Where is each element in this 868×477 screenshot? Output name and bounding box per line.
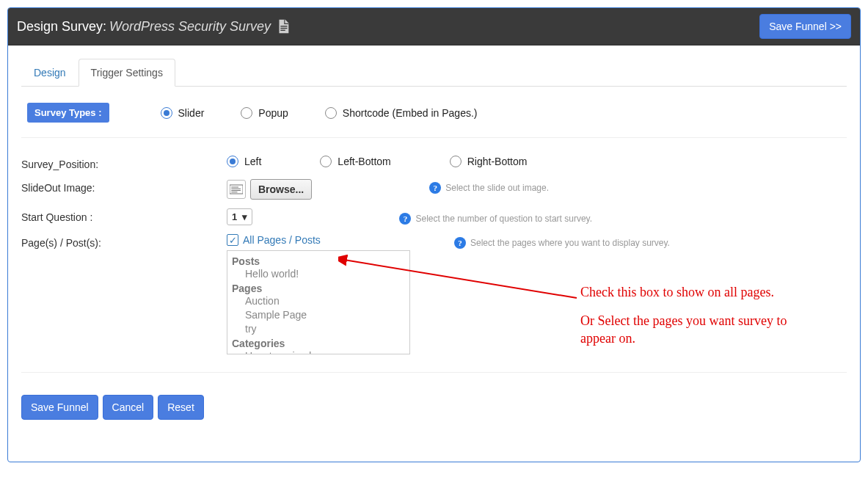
- panel-header: Design Survey: WordPress Security Survey…: [8, 8, 860, 45]
- listbox-item[interactable]: Hello world!: [232, 267, 405, 281]
- start-question-value: 1: [232, 211, 237, 222]
- pages-posts-label: Page(s) / Post(s):: [21, 234, 227, 249]
- help-text-pages-posts: Select the pages where you want to displ…: [470, 238, 670, 248]
- row-survey-types: Survey Types : Slider Popup Shortcode (E…: [21, 103, 847, 138]
- help-text-start-question: Select the number of question to start s…: [415, 214, 592, 224]
- header-prefix: Design Survey:: [17, 19, 106, 34]
- radio-position-left-bottom[interactable]: Left-Bottom: [320, 156, 390, 167]
- browse-button[interactable]: Browse...: [250, 179, 312, 200]
- save-funnel-button[interactable]: Save Funnel: [21, 395, 98, 420]
- listbox-group: Pages: [232, 283, 405, 294]
- listbox-item[interactable]: Sample Page: [232, 308, 405, 322]
- svg-rect-2: [280, 30, 285, 31]
- radio-icon: [227, 156, 238, 167]
- listbox-item[interactable]: Auction: [232, 294, 405, 308]
- radio-label: Slider: [178, 107, 205, 119]
- tabs: Design Trigger Settings: [21, 59, 847, 87]
- radio-label: Shortcode (Embed in Pages.): [343, 107, 478, 119]
- row-start-question: Start Question : 1 ▾ ? Select the number…: [21, 208, 847, 225]
- app-panel: Design Survey: WordPress Security Survey…: [7, 7, 861, 462]
- listbox-item[interactable]: Uncategorized: [232, 349, 405, 354]
- start-question-label: Start Question :: [21, 208, 227, 223]
- radio-position-left[interactable]: Left: [227, 156, 261, 167]
- slideout-image-label: SlideOut Image:: [21, 179, 227, 194]
- row-survey-position: Survey_Position: Left Left-Bottom Right-…: [21, 156, 847, 170]
- radio-icon: [325, 107, 337, 119]
- radio-icon: [241, 107, 252, 119]
- pages-posts-listbox[interactable]: Posts Hello world! Pages Auction Sample …: [227, 250, 410, 354]
- help-icon: ?: [399, 213, 411, 225]
- start-question-select[interactable]: 1 ▾: [227, 208, 252, 225]
- reset-button[interactable]: Reset: [158, 395, 204, 420]
- listbox-group: Categories: [232, 338, 405, 349]
- annotation-line-2: Or Select the pages you want survey to a…: [580, 312, 815, 348]
- radio-label: Popup: [258, 107, 288, 119]
- radio-survey-type-slider[interactable]: Slider: [161, 107, 205, 119]
- annotation-line-1: Check this box to show on all pages.: [580, 283, 774, 301]
- radio-survey-type-shortcode[interactable]: Shortcode (Embed in Pages.): [325, 107, 478, 119]
- panel-header-left: Design Survey: WordPress Security Survey: [17, 18, 291, 34]
- survey-position-label: Survey_Position:: [21, 156, 227, 170]
- radio-icon: [161, 107, 172, 119]
- survey-types-label: Survey Types :: [27, 103, 109, 123]
- help-icon: ?: [454, 237, 466, 249]
- save-funnel-top-button[interactable]: Save Funnel >>: [759, 14, 851, 39]
- help-text-slideout: Select the slide out image.: [445, 183, 549, 193]
- listbox-group: Posts: [232, 255, 405, 267]
- all-pages-checkbox[interactable]: ✓ All Pages / Posts: [227, 234, 432, 246]
- cancel-button[interactable]: Cancel: [103, 395, 154, 420]
- footer-buttons: Save Funnel Cancel Reset: [21, 395, 847, 420]
- divider: [21, 372, 847, 373]
- radio-icon: [450, 156, 462, 167]
- svg-rect-1: [280, 28, 287, 29]
- survey-name: WordPress Security Survey: [109, 19, 271, 34]
- panel-body: Design Trigger Settings Survey Types : S…: [8, 45, 860, 434]
- radio-label: Right-Bottom: [467, 156, 528, 167]
- radio-label: Left: [244, 156, 261, 167]
- all-pages-label: All Pages / Posts: [243, 234, 321, 246]
- radio-position-right-bottom[interactable]: Right-Bottom: [450, 156, 528, 167]
- chevron-down-icon: ▾: [240, 211, 248, 222]
- listbox-item[interactable]: try: [232, 322, 405, 336]
- row-slideout-image: SlideOut Image: Browse... ? Select the s…: [21, 179, 847, 200]
- svg-rect-0: [280, 26, 287, 26]
- radio-label: Left-Bottom: [338, 156, 390, 167]
- tab-trigger-settings[interactable]: Trigger Settings: [79, 59, 175, 87]
- tab-design[interactable]: Design: [21, 59, 79, 87]
- help-icon: ?: [429, 182, 441, 194]
- radio-survey-type-popup[interactable]: Popup: [241, 107, 288, 119]
- slideout-image-preview: [227, 180, 246, 199]
- svg-rect-3: [230, 185, 243, 194]
- checkbox-icon: ✓: [227, 234, 238, 246]
- radio-icon: [320, 156, 332, 167]
- document-icon: [275, 18, 291, 34]
